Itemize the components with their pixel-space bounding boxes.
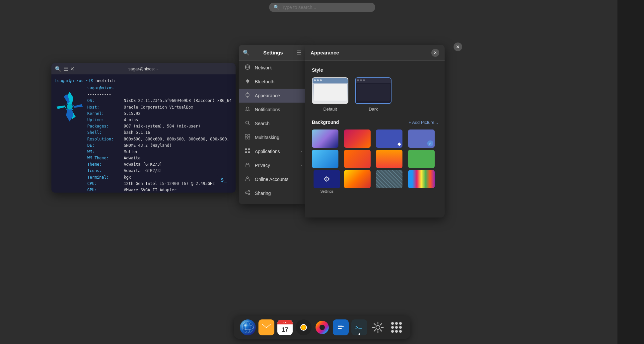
sidebar-item-sharing-label: Sharing <box>255 191 271 196</box>
background-item-11[interactable] <box>376 170 402 188</box>
dock-item-notes[interactable] <box>332 319 349 336</box>
style-option-default[interactable]: Default <box>312 77 348 112</box>
svg-line-58 <box>374 330 375 331</box>
sidebar-item-notifications[interactable]: Notifications <box>239 103 305 117</box>
svg-rect-19 <box>246 164 249 167</box>
svg-line-24 <box>247 192 248 192</box>
svg-point-43 <box>320 325 325 330</box>
add-picture-button[interactable]: + Add Picture... <box>408 120 438 125</box>
sharing-icon <box>244 190 251 197</box>
calendar-icon: ▪ ▪ 17 <box>277 320 293 335</box>
sidebar-item-online-accounts[interactable]: Online Accounts <box>239 172 305 186</box>
dock-item-settings[interactable] <box>369 319 387 336</box>
svg-line-57 <box>380 324 382 325</box>
settings-nav: Network Bluetooth Appearance Notificatio… <box>239 61 305 204</box>
svg-point-23 <box>248 193 250 195</box>
dock-item-terminal[interactable] <box>351 319 368 336</box>
privacy-icon <box>244 162 251 169</box>
sidebar-item-privacy-label: Privacy <box>255 163 270 168</box>
background-item-9[interactable]: ⚙ <box>314 170 340 188</box>
appearance-close-button[interactable]: ✕ <box>431 49 439 57</box>
svg-point-20 <box>247 177 249 179</box>
background-item-1[interactable] <box>312 129 338 148</box>
sidebar-item-sound[interactable]: Sound <box>239 200 305 204</box>
outer-close-button[interactable]: ✕ <box>454 43 462 51</box>
background-item-2[interactable] <box>344 129 371 148</box>
background-section-title: Background <box>312 120 339 125</box>
settings-menu-icon[interactable]: ☰ <box>297 49 301 56</box>
top-search-input[interactable] <box>282 5 371 10</box>
background-item-8[interactable] <box>408 150 435 168</box>
sidebar-item-appearance-label: Appearance <box>255 93 280 98</box>
notes-icon <box>333 319 349 335</box>
svg-line-55 <box>374 324 375 325</box>
dock-item-show-apps[interactable] <box>388 319 405 336</box>
svg-rect-17 <box>245 151 247 153</box>
sidebar-item-network[interactable]: Network <box>239 61 305 75</box>
sidebar-item-applications[interactable]: Applications › <box>239 144 305 158</box>
svg-marker-4 <box>56 105 67 111</box>
sidebar-item-notifications-label: Notifications <box>255 107 280 112</box>
background-item-5[interactable] <box>312 150 338 168</box>
sidebar-item-online-accounts-label: Online Accounts <box>255 177 288 182</box>
sidebar-item-multitasking-label: Multitasking <box>255 135 279 140</box>
nixos-logo <box>55 85 85 193</box>
dock-item-mail[interactable] <box>258 319 275 336</box>
privacy-arrow-icon: › <box>301 163 302 168</box>
terminal-menu-button[interactable]: ☰ <box>63 66 68 72</box>
grid-dots <box>391 322 402 333</box>
terminal-active-dot <box>358 333 360 335</box>
style-options: Default Dark <box>312 77 438 112</box>
sidebar-item-privacy[interactable]: Privacy › <box>239 158 305 172</box>
svg-point-6 <box>67 104 73 110</box>
background-item-7[interactable] <box>376 150 402 168</box>
terminal-neofetch-output: sagar@nixos ---------- OS: NixOS 22.11.2… <box>55 85 232 193</box>
svg-rect-48 <box>354 324 364 331</box>
terminal-title: sagar@nixos: ~ <box>128 66 159 71</box>
dock-item-gnome-web[interactable] <box>239 319 256 336</box>
background-item-4[interactable]: ✓ <box>408 129 435 148</box>
background-item-6[interactable] <box>344 150 371 168</box>
appearance-title: Appearance <box>311 50 339 55</box>
svg-marker-3 <box>66 109 73 122</box>
grid-dot-6 <box>399 326 402 329</box>
appearance-body: Style Default <box>305 61 445 217</box>
settings-title: Settings <box>263 50 283 55</box>
background-item-3[interactable]: ◆ <box>376 129 402 148</box>
svg-rect-14 <box>248 137 250 139</box>
grid-dot-8 <box>395 330 398 333</box>
svg-rect-11 <box>245 134 247 136</box>
sidebar-item-sharing[interactable]: Sharing <box>239 186 305 200</box>
dock-item-vinyl[interactable] <box>295 319 312 336</box>
dock-item-calendar[interactable]: ▪ ▪ 17 <box>276 319 294 336</box>
sidebar-item-multitasking[interactable]: Multitasking <box>239 130 305 144</box>
settings-sidebar: 🔍 Settings ☰ Network Bluetooth <box>239 45 305 204</box>
search-icon <box>244 120 251 127</box>
background-item-10[interactable] <box>344 170 371 188</box>
default-style-preview <box>312 77 348 104</box>
notifications-icon <box>244 106 251 113</box>
terminal-command-line: [sagar@nixos ~]$ neofetch <box>55 78 232 84</box>
sidebar-item-appearance[interactable]: Appearance <box>239 89 305 103</box>
svg-line-10 <box>249 124 250 125</box>
vinyl-center <box>300 324 307 331</box>
prism-icon <box>314 319 330 335</box>
settings-header: 🔍 Settings ☰ <box>239 45 305 61</box>
style-section-title: Style <box>312 67 438 73</box>
background-item-12[interactable] <box>408 170 435 188</box>
terminal-close-button[interactable]: ✕ <box>70 66 74 72</box>
applications-icon <box>244 148 251 155</box>
grid-dot-7 <box>391 330 394 333</box>
sidebar-item-bluetooth[interactable]: Bluetooth <box>239 75 305 89</box>
settings-search-icon[interactable]: 🔍 <box>243 49 250 56</box>
default-style-label: Default <box>323 107 337 112</box>
terminal-command: neofetch <box>96 78 115 83</box>
sidebar-item-search[interactable]: Search <box>239 117 305 130</box>
style-option-dark[interactable]: Dark <box>355 77 392 112</box>
dark-style-preview <box>355 77 392 104</box>
terminal-titlebar: 🔍 ☰ ✕ sagar@nixos: ~ <box>51 63 236 74</box>
dock-item-prism[interactable] <box>314 319 331 336</box>
svg-rect-44 <box>336 322 345 332</box>
terminal-search-button[interactable]: 🔍 <box>55 66 61 72</box>
background-item-settings-wrap: ⚙ Settings <box>312 170 342 193</box>
